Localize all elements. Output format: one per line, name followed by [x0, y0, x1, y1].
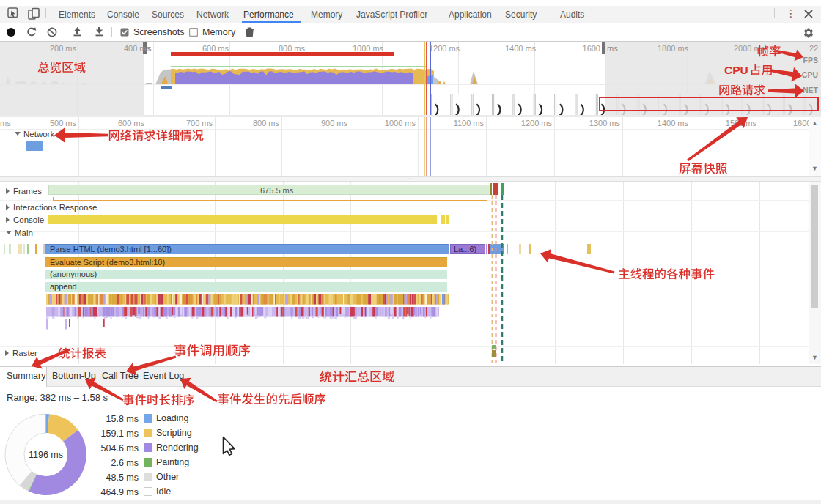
svg-text:CPU: CPU — [724, 64, 748, 76]
